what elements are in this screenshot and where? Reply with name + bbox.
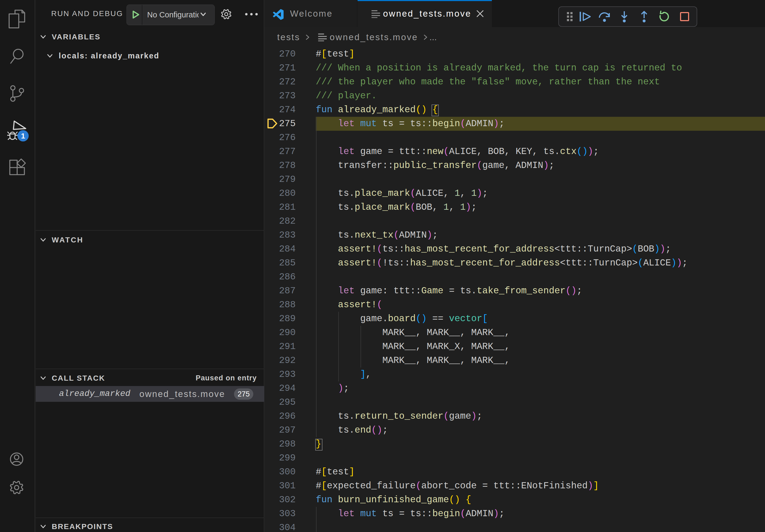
- svg-text:1: 1: [21, 132, 25, 140]
